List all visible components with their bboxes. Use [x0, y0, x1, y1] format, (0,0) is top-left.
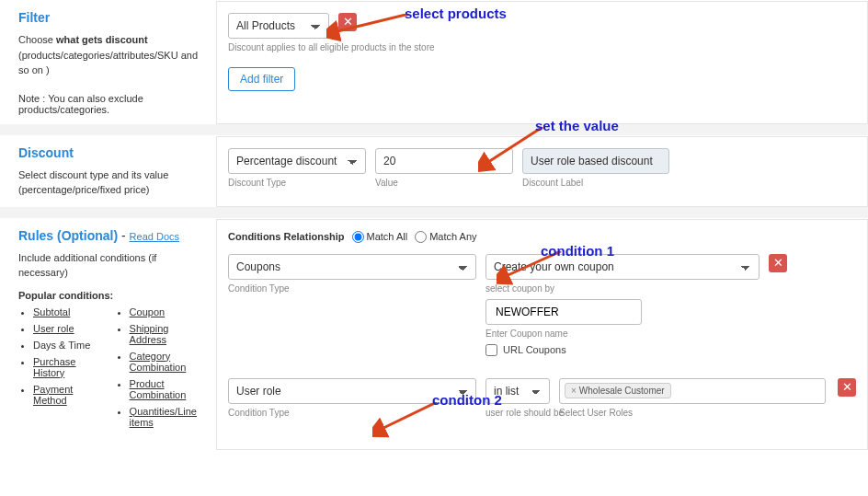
filter-note: Note : You can also exclude products/cat…	[18, 93, 207, 115]
remove-condition2-button[interactable]: ✕	[838, 378, 856, 397]
remove-filter-button[interactable]: ✕	[338, 13, 357, 31]
condition2-op-select[interactable]: in list	[485, 378, 550, 404]
match-any-radio[interactable]: Match Any	[415, 231, 476, 243]
conditions-relationship: Conditions Relationship Match All Match …	[228, 231, 856, 243]
popular-link-quantities[interactable]: Quantities/Line items	[130, 406, 197, 428]
popular-link-coupon[interactable]: Coupon	[130, 306, 166, 317]
condition2-op-label: user role should be	[485, 408, 550, 418]
add-filter-button[interactable]: Add filter	[228, 67, 295, 91]
discount-label-label: Discount Label	[522, 178, 669, 188]
discount-value-label: Value	[375, 178, 513, 188]
tag-text: Wholesale Customer	[579, 386, 665, 396]
text: Match All	[367, 231, 408, 242]
popular-link-product-combination[interactable]: Product Combination	[130, 378, 187, 400]
coupon-name-input[interactable]	[485, 299, 642, 325]
popular-link-subtotal[interactable]: Subtotal	[33, 306, 70, 317]
match-any-input[interactable]	[415, 231, 427, 243]
user-role-tag[interactable]: ×Wholesale Customer	[565, 383, 671, 398]
popular-conditions: Subtotal User role Days & Time Purchase …	[18, 306, 207, 433]
filter-applies-note: Discount applies to all eligible product…	[228, 42, 856, 52]
popular-text-days-time: Days & Time	[33, 340, 90, 351]
text: what gets discount	[56, 34, 148, 45]
discount-type-select[interactable]: Percentage discount	[228, 148, 366, 174]
coupon-name-hint: Enter Coupon name	[485, 329, 760, 339]
popular-link-purchase-history[interactable]: Purchase History	[33, 356, 75, 378]
discount-label-input[interactable]	[522, 148, 669, 174]
product-scope-select[interactable]: All Products	[228, 13, 329, 39]
text: Rules (Optional)	[18, 228, 118, 243]
text: (products/categories/attributes/SKU and …	[18, 50, 198, 76]
condition1-type-select[interactable]: Coupons	[228, 254, 476, 280]
popular-link-shipping-address[interactable]: Shipping Address	[130, 323, 169, 345]
remove-condition1-button[interactable]: ✕	[769, 254, 787, 272]
match-all-radio[interactable]: Match All	[352, 231, 408, 243]
condition2-type-select[interactable]: User role	[228, 378, 476, 404]
user-roles-placeholder: Select User Roles	[559, 408, 826, 418]
discount-type-label: Discount Type	[228, 178, 366, 188]
text: Choose	[18, 34, 56, 45]
url-coupons-label: URL Coupons	[503, 344, 566, 355]
filter-title: Filter	[18, 10, 207, 25]
condition1-type-label: Condition Type	[228, 283, 476, 294]
popular-conditions-title: Popular conditions:	[18, 290, 207, 301]
discount-title: Discount	[18, 145, 207, 160]
popular-link-user-role[interactable]: User role	[33, 323, 74, 334]
rules-help: Include additional conditions (if necess…	[18, 250, 207, 281]
discount-help: Select discount type and its value (perc…	[18, 167, 207, 198]
url-coupons-checkbox[interactable]	[485, 344, 497, 356]
popular-link-payment-method[interactable]: Payment Method	[33, 384, 73, 406]
remove-tag-icon[interactable]: ×	[571, 386, 577, 396]
match-all-input[interactable]	[352, 231, 364, 243]
condition2-type-label: Condition Type	[228, 408, 476, 418]
rules-title: Rules (Optional) - Read Docs	[18, 228, 207, 243]
discount-value-input[interactable]	[375, 148, 513, 174]
cond-rel-label: Conditions Relationship	[228, 231, 345, 242]
text: Match Any	[429, 231, 476, 242]
user-roles-input[interactable]: ×Wholesale Customer	[559, 378, 826, 404]
condition1-mode-label: select coupon by	[485, 283, 760, 294]
popular-link-category-combination[interactable]: Category Combination	[130, 351, 187, 373]
filter-help: Choose what gets discount (products/cate…	[18, 32, 207, 78]
read-docs-link[interactable]: Read Docs	[130, 231, 179, 242]
condition1-mode-select[interactable]: Create your own coupon	[485, 254, 760, 280]
text: -	[118, 228, 129, 243]
